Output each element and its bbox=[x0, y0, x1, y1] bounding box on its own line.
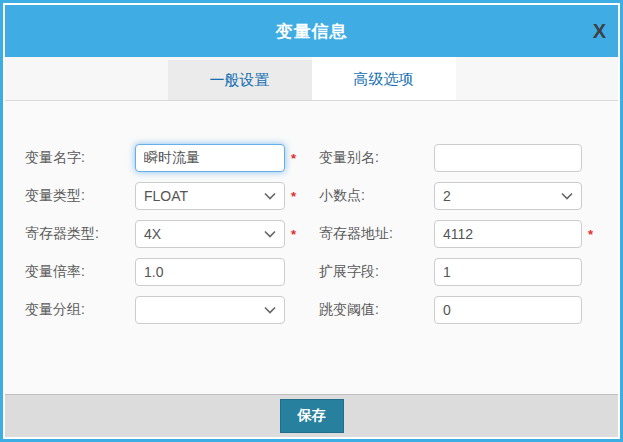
save-button[interactable]: 保存 bbox=[280, 399, 344, 433]
extended-field-input[interactable] bbox=[434, 258, 582, 286]
dialog-header: 变量信息 X bbox=[5, 5, 618, 57]
tab-advanced-options[interactable]: 高级选项 bbox=[312, 56, 456, 100]
variable-name-label: 变量名字: bbox=[25, 149, 135, 167]
required-asterisk: * bbox=[285, 152, 319, 165]
register-type-select[interactable]: 4X bbox=[135, 220, 285, 248]
required-asterisk: * bbox=[285, 190, 319, 203]
decimal-point-label: 小数点: bbox=[319, 187, 434, 205]
chevron-down-icon bbox=[264, 192, 276, 200]
decimal-point-select[interactable]: 2 bbox=[434, 182, 582, 210]
required-asterisk: * bbox=[582, 228, 598, 241]
dialog-title: 变量信息 bbox=[276, 20, 348, 43]
variable-alias-input[interactable] bbox=[434, 144, 582, 172]
jump-threshold-label: 跳变阈值: bbox=[319, 301, 434, 319]
variable-name-input[interactable] bbox=[135, 144, 285, 172]
register-type-label: 寄存器类型: bbox=[25, 225, 135, 243]
register-address-label: 寄存器地址: bbox=[319, 225, 434, 243]
chevron-down-icon bbox=[264, 306, 276, 314]
extended-field-label: 扩展字段: bbox=[319, 263, 434, 281]
variable-ratio-input[interactable] bbox=[135, 258, 285, 286]
variable-group-label: 变量分组: bbox=[25, 301, 135, 319]
tab-general-settings[interactable]: 一般设置 bbox=[168, 60, 312, 100]
variable-ratio-label: 变量倍率: bbox=[25, 263, 135, 281]
variable-info-dialog: 变量信息 X 一般设置 高级选项 变量名字: * 变量别名: 变量类型: FLO… bbox=[0, 0, 623, 442]
variable-type-label: 变量类型: bbox=[25, 187, 135, 205]
variable-alias-label: 变量别名: bbox=[319, 149, 434, 167]
form-panel: 变量名字: * 变量别名: 变量类型: FLOAT * 小数点: 2 寄存器类型… bbox=[5, 101, 618, 394]
register-type-value: 4X bbox=[144, 226, 161, 242]
jump-threshold-input[interactable] bbox=[434, 296, 582, 324]
required-asterisk: * bbox=[285, 228, 319, 241]
dialog-footer: 保存 bbox=[5, 394, 618, 437]
chevron-down-icon bbox=[264, 230, 276, 238]
decimal-point-value: 2 bbox=[443, 188, 451, 204]
variable-group-select[interactable] bbox=[135, 296, 285, 324]
register-address-input[interactable] bbox=[434, 220, 582, 248]
variable-type-select[interactable]: FLOAT bbox=[135, 182, 285, 210]
tab-bar: 一般设置 高级选项 bbox=[5, 57, 618, 101]
close-icon[interactable]: X bbox=[593, 21, 606, 41]
form-grid: 变量名字: * 变量别名: 变量类型: FLOAT * 小数点: 2 寄存器类型… bbox=[25, 144, 618, 324]
chevron-down-icon bbox=[561, 192, 573, 200]
variable-type-value: FLOAT bbox=[144, 188, 188, 204]
